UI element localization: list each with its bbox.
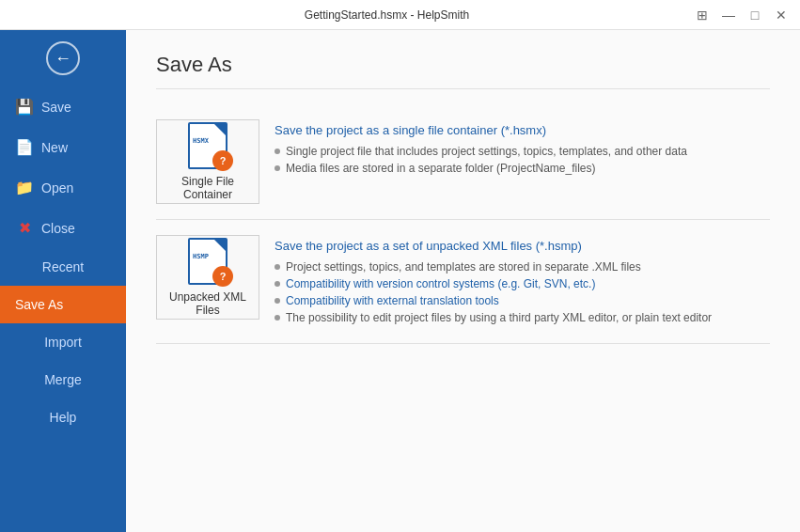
sidebar-item-open[interactable]: 📁 Open [0, 167, 126, 208]
unpacked-xml-link[interactable]: Save the project as a set of unpacked XM… [275, 239, 582, 253]
single-file-bullet-1: Single project file that includes projec… [275, 145, 770, 158]
restore-button[interactable]: ⊞ [691, 4, 714, 26]
single-file-link[interactable]: Save the project as a single file contai… [275, 123, 546, 137]
unpacked-xml-bullet-1: Project settings, topics, and templates … [275, 260, 770, 274]
app-body: ← 💾 Save 📄 New 📁 Open ✖ Close Recent Sav… [0, 30, 800, 532]
single-file-icon-box: HSMX ? Single File Container [156, 119, 259, 204]
sidebar-item-new[interactable]: 📄 New [0, 127, 126, 167]
sidebar-new-label: New [41, 140, 68, 155]
sidebar-item-import[interactable]: Import [0, 323, 126, 361]
sidebar-item-help[interactable]: Help [0, 399, 126, 436]
sidebar-open-label: Open [41, 180, 73, 196]
sidebar-close-label: Close [41, 221, 75, 236]
window-title: GettingStarted.hsmx - HelpSmith [83, 8, 691, 22]
unpacked-xml-bullet-text-2: Compatibility with version control syste… [286, 277, 595, 290]
save-icon: 💾 [15, 98, 34, 116]
single-file-icon: HSMX ? [188, 122, 227, 169]
bullet-dot [275, 264, 280, 270]
sidebar-item-save[interactable]: 💾 Save [0, 86, 126, 127]
unpacked-xml-option[interactable]: HSMP ? Unpacked XML Files Save the proje… [156, 220, 770, 344]
bullet-dot [275, 315, 280, 321]
bullet-dot [275, 298, 280, 304]
sidebar-saveas-label: Save As [15, 297, 63, 312]
sidebar: ← 💾 Save 📄 New 📁 Open ✖ Close Recent Sav… [0, 30, 126, 532]
single-file-bullet-text-1: Single project file that includes projec… [286, 145, 687, 158]
title-bar: GettingStarted.hsmx - HelpSmith ⊞ — □ ✕ [0, 0, 800, 30]
single-file-bullet-2: Media files are stored in a separate fol… [275, 162, 770, 175]
back-icon: ← [46, 41, 80, 75]
window-controls: ⊞ — □ ✕ [691, 4, 792, 26]
close-button[interactable]: ✕ [770, 4, 792, 26]
content-area: Save As HSMX ? Single File Container Sav… [126, 30, 800, 532]
sidebar-help-label: Help [50, 410, 77, 425]
sidebar-merge-label: Merge [44, 372, 82, 387]
unpacked-xml-bullet-text-4: The possibility to edit project files by… [286, 311, 712, 324]
unpacked-xml-bullet-3: Compatibility with external translation … [275, 294, 770, 307]
open-icon: 📁 [15, 179, 34, 196]
bullet-dot [275, 165, 280, 171]
single-file-details: Save the project as a single file contai… [275, 119, 770, 179]
unpacked-xml-icon-box: HSMP ? Unpacked XML Files [156, 235, 259, 320]
sidebar-item-merge[interactable]: Merge [0, 361, 126, 399]
bullet-dot [275, 281, 280, 287]
back-button[interactable]: ← [0, 30, 126, 86]
maximize-button[interactable]: □ [744, 4, 766, 26]
single-file-title[interactable]: Save the project as a single file contai… [275, 123, 770, 137]
single-file-icon-label: Single File Container [157, 175, 259, 201]
sidebar-recent-label: Recent [42, 259, 84, 274]
page-title: Save As [156, 53, 770, 89]
close-icon: ✖ [15, 219, 34, 237]
minimize-button[interactable]: — [717, 4, 740, 26]
unpacked-xml-icon-label: Unpacked XML Files [157, 290, 259, 317]
sidebar-item-close[interactable]: ✖ Close [0, 208, 126, 248]
unpacked-xml-icon: HSMP ? [188, 238, 227, 285]
sidebar-item-recent[interactable]: Recent [0, 248, 126, 286]
sidebar-import-label: Import [44, 335, 82, 350]
unpacked-xml-bullet-text-3: Compatibility with external translation … [286, 294, 499, 307]
single-file-container-option[interactable]: HSMX ? Single File Container Save the pr… [156, 104, 770, 220]
sidebar-item-save-as[interactable]: Save As [0, 286, 126, 323]
unpacked-xml-bullet-4: The possibility to edit project files by… [275, 311, 770, 324]
unpacked-xml-bullet-text-1: Project settings, topics, and templates … [286, 260, 641, 274]
unpacked-xml-title[interactable]: Save the project as a set of unpacked XM… [275, 239, 770, 253]
single-file-bullet-text-2: Media files are stored in a separate fol… [286, 162, 595, 175]
bullet-dot [275, 149, 280, 154]
unpacked-xml-details: Save the project as a set of unpacked XM… [275, 235, 770, 328]
new-icon: 📄 [15, 138, 34, 156]
unpacked-xml-bullet-2: Compatibility with version control syste… [275, 277, 770, 290]
sidebar-save-label: Save [41, 100, 71, 115]
